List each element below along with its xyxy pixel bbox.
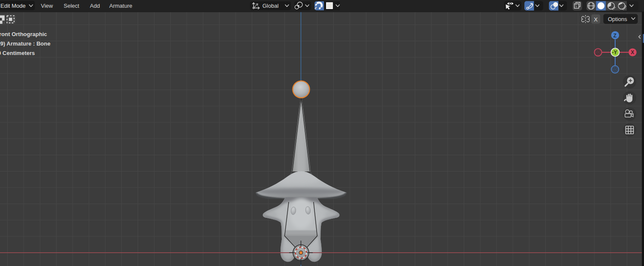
svg-text:Add: Add: [90, 3, 100, 9]
svg-text:Global: Global: [262, 3, 279, 9]
svg-text:Armature: Armature: [109, 3, 132, 9]
svg-text:View: View: [41, 3, 53, 9]
svg-text:Edit Mode: Edit Mode: [0, 3, 26, 9]
svg-text:0 Centimeters: 0 Centimeters: [0, 50, 35, 56]
svg-text:Z: Z: [613, 33, 616, 39]
svg-text:X: X: [594, 16, 598, 23]
svg-text:.9) Armature : Bone: .9) Armature : Bone: [0, 40, 50, 47]
svg-text:ront Orthographic: ront Orthographic: [0, 31, 47, 37]
svg-text:X: X: [631, 49, 634, 55]
svg-text:Options: Options: [608, 16, 627, 22]
svg-text:Select: Select: [64, 3, 80, 9]
svg-text:-Y: -Y: [612, 49, 617, 55]
